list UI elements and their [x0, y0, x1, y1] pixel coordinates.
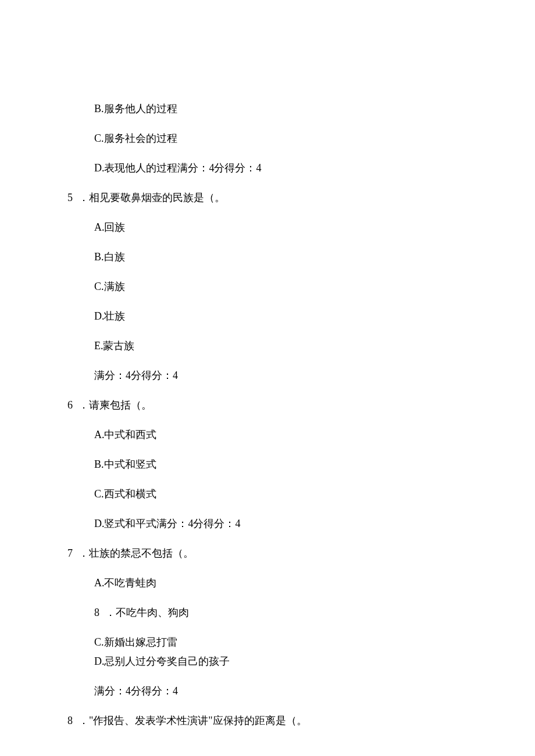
q4-option-d: D.表现他人的过程满分：4分得分：4 [67, 160, 535, 176]
q5-option-b: B.白族 [67, 249, 535, 265]
q6-option-a: A.中式和西式 [67, 427, 535, 443]
q6-option-d: D.竖式和平式满分：4分得分：4 [67, 516, 535, 532]
q4-option-b: B.服务他人的过程 [67, 101, 535, 117]
q5-option-e: E.蒙古族 [67, 338, 535, 354]
q5-number: 5 [67, 190, 73, 206]
q5-option-a: A.回族 [67, 220, 535, 235]
q7-option-c: C.新婚出嫁忌打雷 [67, 635, 535, 650]
q6-text: ．请柬包括（。 [79, 397, 152, 413]
q6-number: 6 [67, 397, 73, 413]
q6-stem: 6 ．请柬包括（。 [67, 397, 535, 413]
q6-option-b: B.中式和竖式 [67, 457, 535, 472]
q7-option-b: 8 ．不吃牛肉、狗肉 [67, 605, 535, 621]
q7-number: 7 [67, 546, 73, 561]
q5-text: ．相见要敬鼻烟壶的民族是（。 [79, 190, 225, 206]
q5-option-d: D.壮族 [67, 309, 535, 324]
q4-option-c: C.服务社会的过程 [67, 131, 535, 146]
q7-option-b-text: ．不吃牛肉、狗肉 [105, 605, 189, 621]
q5-option-c: C.满族 [67, 279, 535, 295]
q8-text: ．"作报告、发表学术性演讲"应保持的距离是（。 [79, 713, 307, 729]
q7-stem: 7 ．壮族的禁忌不包括（。 [67, 546, 535, 561]
q8-stem: 8 ．"作报告、发表学术性演讲"应保持的距离是（。 [67, 713, 535, 729]
q7-text: ．壮族的禁忌不包括（。 [79, 546, 194, 561]
q8-number: 8 [67, 713, 73, 729]
q5-stem: 5 ．相见要敬鼻烟壶的民族是（。 [67, 190, 535, 206]
q5-score: 满分：4分得分：4 [67, 368, 535, 384]
q7-score: 满分：4分得分：4 [67, 683, 535, 699]
q6-option-c: C.西式和横式 [67, 486, 535, 502]
q7-option-d: D.忌别人过分夸奖自己的孩子 [67, 654, 535, 669]
q7-option-b-num: 8 [94, 605, 99, 621]
q7-option-a: A.不吃青蛙肉 [67, 575, 535, 591]
